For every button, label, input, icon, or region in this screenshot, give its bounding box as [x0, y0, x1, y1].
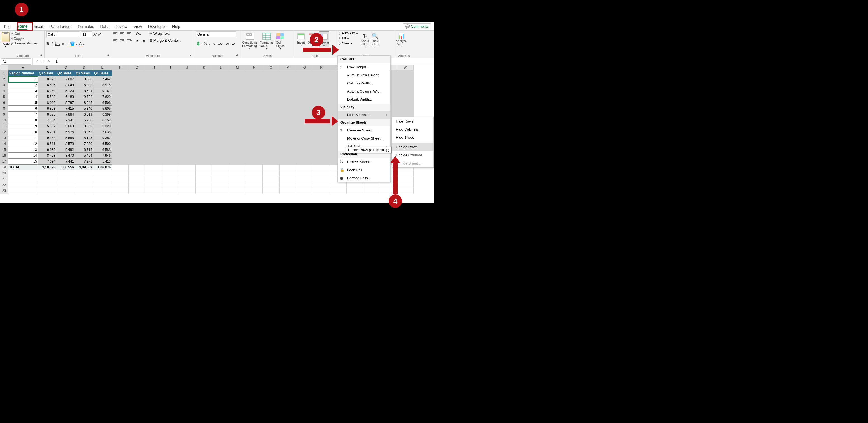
column-header-G[interactable]: G [129, 65, 145, 70]
analyze-data-button[interactable]: 📊 Analyze Data [396, 31, 407, 46]
italic-button[interactable]: I [52, 41, 53, 46]
cell[interactable] [145, 117, 162, 123]
cell[interactable] [179, 159, 196, 165]
cell[interactable]: 5,392 [75, 82, 93, 88]
cell[interactable]: 6,583 [93, 147, 112, 153]
cell[interactable] [145, 70, 162, 76]
cell[interactable] [263, 112, 280, 117]
cell[interactable] [112, 82, 129, 88]
cell[interactable] [296, 129, 313, 135]
cell[interactable] [38, 176, 57, 182]
column-header-I[interactable]: I [162, 65, 179, 70]
cell[interactable] [229, 135, 246, 141]
cell[interactable]: 8,579 [57, 141, 75, 147]
cell[interactable] [129, 135, 145, 141]
cell[interactable]: 5,413 [93, 159, 112, 165]
cell[interactable] [75, 188, 93, 194]
cell[interactable] [229, 159, 246, 165]
cell[interactable] [8, 176, 38, 182]
cell[interactable] [397, 70, 414, 76]
cell[interactable] [296, 106, 313, 112]
cell[interactable]: 1,10,378 [38, 165, 57, 170]
cell[interactable]: 6,893 [38, 106, 57, 112]
row-header[interactable]: 10 [0, 117, 8, 123]
cell[interactable]: Q3 Sales [75, 70, 93, 76]
cell[interactable] [129, 112, 145, 117]
cell[interactable] [296, 153, 313, 159]
cell[interactable] [129, 165, 145, 170]
tab-data[interactable]: Data [100, 24, 108, 29]
cell[interactable] [397, 100, 414, 106]
cell[interactable] [162, 159, 179, 165]
cell[interactable]: 6,399 [93, 112, 112, 117]
menu-column-width[interactable]: Column Width... [338, 79, 390, 87]
cell[interactable] [280, 76, 296, 82]
column-header-L[interactable]: L [213, 65, 229, 70]
align-center-button[interactable] [120, 38, 125, 42]
cell[interactable]: 6,900 [75, 117, 93, 123]
cell[interactable] [112, 106, 129, 112]
cell[interactable] [112, 70, 129, 76]
cell[interactable]: 8,975 [93, 82, 112, 88]
cell[interactable] [112, 147, 129, 153]
cell[interactable]: 6,500 [93, 141, 112, 147]
column-header-P[interactable]: P [280, 65, 296, 70]
cell[interactable] [179, 106, 196, 112]
cell[interactable] [196, 123, 213, 129]
cell[interactable]: 5,404 [75, 153, 93, 159]
row-header[interactable]: 11 [0, 123, 8, 129]
cell[interactable] [8, 182, 38, 188]
decrease-indent-button[interactable]: ⇤ [136, 38, 140, 44]
cell[interactable] [263, 106, 280, 112]
cell[interactable]: 8,026 [38, 100, 57, 106]
cell[interactable]: 7,341 [57, 117, 75, 123]
row-header[interactable]: 15 [0, 147, 8, 153]
cell[interactable] [296, 88, 313, 94]
cell[interactable] [179, 147, 196, 153]
cell[interactable] [213, 117, 229, 123]
cell[interactable] [263, 141, 280, 147]
decrease-font-icon[interactable]: A▾ [98, 32, 101, 36]
cell[interactable] [196, 106, 213, 112]
menu-default-width[interactable]: Default Width... [338, 95, 390, 104]
cell[interactable] [75, 182, 93, 188]
cell[interactable] [246, 147, 263, 153]
cell[interactable]: 5,145 [75, 135, 93, 141]
submenu-unhide-rows[interactable]: Unhide Rows [393, 143, 433, 151]
cell[interactable] [129, 147, 145, 153]
cell[interactable] [296, 135, 313, 141]
cell[interactable] [179, 170, 196, 176]
cell[interactable] [196, 176, 213, 182]
cell[interactable] [162, 153, 179, 159]
cell[interactable] [263, 100, 280, 106]
cell[interactable] [280, 123, 296, 129]
cell[interactable] [313, 76, 330, 82]
cell[interactable]: 5,340 [75, 106, 93, 112]
cell[interactable] [162, 176, 179, 182]
cell[interactable] [246, 94, 263, 100]
row-header[interactable]: 23 [0, 188, 8, 194]
cell[interactable] [213, 100, 229, 106]
column-header-H[interactable]: H [145, 65, 162, 70]
submenu-hide-rows[interactable]: Hide Rows [393, 117, 433, 125]
cell[interactable] [213, 76, 229, 82]
cell[interactable] [246, 123, 263, 129]
autosum-button[interactable]: ∑ AutoSum ▾ [339, 31, 358, 35]
cell[interactable]: 15 [8, 159, 38, 165]
cell[interactable] [263, 94, 280, 100]
cell[interactable] [196, 112, 213, 117]
cell[interactable] [112, 112, 129, 117]
cell[interactable] [296, 165, 313, 170]
cell[interactable] [145, 76, 162, 82]
menu-rename-sheet[interactable]: ✎Rename Sheet [338, 126, 390, 134]
cell[interactable]: 8,604 [75, 88, 93, 94]
cell[interactable] [162, 147, 179, 153]
cell[interactable] [129, 82, 145, 88]
cell[interactable] [179, 141, 196, 147]
cell[interactable] [229, 82, 246, 88]
fill-color-button[interactable]: 🪣 ▾ [70, 41, 77, 46]
cell[interactable] [196, 76, 213, 82]
cell-styles-button[interactable]: Cell Styles▾ [276, 31, 285, 50]
cell[interactable] [246, 106, 263, 112]
cell[interactable] [246, 182, 263, 188]
